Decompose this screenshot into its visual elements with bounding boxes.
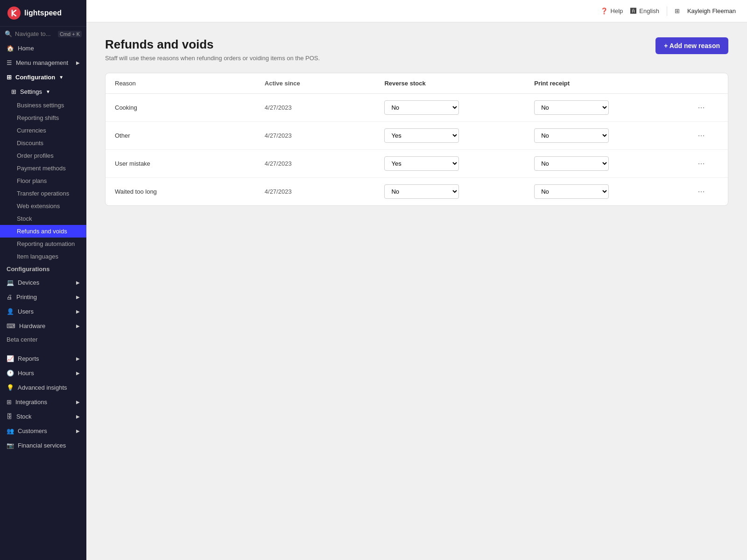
sidebar-item-reporting-shifts[interactable]: Reporting shifts	[0, 112, 86, 124]
sidebar-item-reporting-automation[interactable]: Reporting automation	[0, 238, 86, 250]
chevron-right-icon-hardware: ▶	[76, 323, 80, 329]
cell-reason-2: User mistake	[106, 150, 255, 178]
sidebar-item-devices[interactable]: 💻 Devices ▶	[0, 275, 86, 290]
sidebar-item-web-extensions[interactable]: Web extensions	[0, 200, 86, 212]
cell-print-receipt-0: NoYes	[525, 94, 675, 122]
more-actions-button-0[interactable]: ···	[694, 101, 709, 114]
table-row: Other4/27/2023NoYesNoYes···	[106, 122, 728, 150]
sidebar-item-stock-main[interactable]: 🗄 Stock ▶	[0, 409, 86, 424]
add-new-reason-button[interactable]: + Add new reason	[655, 37, 728, 54]
customers-label: Customers	[18, 427, 47, 434]
sidebar-item-hardware[interactable]: ⌨ Hardware ▶	[0, 319, 86, 333]
home-label: Home	[18, 45, 34, 52]
printing-label: Printing	[16, 294, 37, 301]
sidebar-item-reports[interactable]: 📈 Reports ▶	[0, 351, 86, 366]
select-print-receipt-3[interactable]: NoYes	[534, 184, 609, 199]
table-row: User mistake4/27/2023NoYesNoYes···	[106, 150, 728, 178]
svg-point-0	[7, 7, 21, 20]
cell-actions-0: ···	[675, 94, 728, 122]
advanced-insights-label: Advanced insights	[18, 384, 67, 391]
chevron-down-icon-settings: ▼	[46, 89, 50, 94]
sidebar-item-integrations[interactable]: ⊞ Integrations ▶	[0, 395, 86, 409]
config-icon: ⊞	[7, 74, 12, 81]
chevron-right-icon-stock: ▶	[76, 414, 80, 419]
sidebar-item-customers[interactable]: 👥 Customers ▶	[0, 424, 86, 438]
sidebar-item-hours[interactable]: 🕐 Hours ▶	[0, 366, 86, 380]
more-actions-button-3[interactable]: ···	[694, 185, 709, 198]
sidebar-item-payment-methods[interactable]: Payment methods	[0, 162, 86, 175]
hardware-label: Hardware	[19, 322, 45, 329]
select-reverse-stock-2[interactable]: NoYes	[384, 156, 459, 171]
sidebar: lightspeed 🔍 Navigate to... Cmd + K 🏠 Ho…	[0, 0, 86, 560]
financial-icon: 📷	[7, 442, 14, 449]
cell-reverse-stock-0: NoYes	[375, 94, 525, 122]
page-content: Refunds and voids Staff will use these r…	[86, 22, 747, 560]
language-label: English	[639, 7, 659, 14]
sidebar-settings-header[interactable]: ⊞ Settings ▼	[0, 84, 86, 99]
cell-print-receipt-1: NoYes	[525, 122, 675, 150]
sidebar-item-configurations[interactable]: Configurations	[0, 263, 86, 275]
sidebar-item-floor-plans[interactable]: Floor plans	[0, 175, 86, 187]
help-button[interactable]: ❓ Help	[600, 7, 623, 14]
sidebar-item-transfer-operations[interactable]: Transfer operations	[0, 187, 86, 200]
cell-actions-2: ···	[675, 150, 728, 178]
table-body: Cooking4/27/2023NoYesNoYes···Other4/27/2…	[106, 94, 728, 206]
devices-label: Devices	[18, 279, 39, 286]
sidebar-item-users[interactable]: 👤 Users ▶	[0, 304, 86, 319]
more-actions-button-2[interactable]: ···	[694, 157, 709, 170]
sidebar-item-home[interactable]: 🏠 Home	[0, 41, 86, 56]
chevron-right-icon: ▶	[76, 60, 80, 65]
chevron-right-icon-printing: ▶	[76, 294, 80, 300]
more-actions-button-1[interactable]: ···	[694, 129, 709, 142]
sidebar-item-beta-center[interactable]: Beta center	[0, 333, 86, 346]
sidebar-item-currencies[interactable]: Currencies	[0, 124, 86, 137]
cell-reverse-stock-1: NoYes	[375, 122, 525, 150]
sidebar-item-financial-services[interactable]: 📷 Financial services	[0, 438, 86, 453]
topbar: ❓ Help 🅰 English ⊞ Kayleigh Fleeman	[86, 0, 747, 22]
apps-grid-icon: ⊞	[675, 7, 680, 14]
col-header-reason: Reason	[106, 73, 255, 94]
menu-icon: ☰	[7, 59, 12, 66]
sidebar-item-advanced-insights[interactable]: 💡 Advanced insights	[0, 380, 86, 395]
chevron-down-icon: ▼	[59, 75, 63, 80]
col-header-print-receipt: Print receipt	[525, 73, 675, 94]
sidebar-item-order-profiles[interactable]: Order profiles	[0, 149, 86, 162]
cell-date-1: 4/27/2023	[255, 122, 375, 150]
hours-label: Hours	[18, 370, 34, 377]
cell-print-receipt-2: NoYes	[525, 150, 675, 178]
reports-icon: 📈	[7, 355, 14, 362]
page-title: Refunds and voids	[105, 37, 320, 52]
keyboard-shortcut: Cmd + K	[58, 31, 82, 37]
search-icon: 🔍	[5, 30, 12, 37]
cell-reverse-stock-3: NoYes	[375, 178, 525, 206]
select-print-receipt-0[interactable]: NoYes	[534, 100, 609, 115]
cell-date-2: 4/27/2023	[255, 150, 375, 178]
apps-button[interactable]: ⊞	[675, 7, 680, 14]
language-icon: 🅰	[630, 7, 636, 14]
logo-icon	[7, 7, 21, 20]
sidebar-item-discounts[interactable]: Discounts	[0, 137, 86, 149]
cell-actions-3: ···	[675, 178, 728, 206]
select-print-receipt-2[interactable]: NoYes	[534, 156, 609, 171]
sidebar-item-item-languages[interactable]: Item languages	[0, 250, 86, 263]
select-reverse-stock-0[interactable]: NoYes	[384, 100, 459, 115]
cell-reason-1: Other	[106, 122, 255, 150]
printing-icon: 🖨	[7, 294, 13, 301]
language-selector[interactable]: 🅰 English	[630, 7, 659, 14]
help-icon: ❓	[600, 7, 608, 14]
sidebar-configuration-header[interactable]: ⊞ Configuration ▼	[0, 70, 86, 84]
col-header-active-since: Active since	[255, 73, 375, 94]
financial-services-label: Financial services	[18, 442, 66, 449]
navigate-search[interactable]: 🔍 Navigate to... Cmd + K	[0, 27, 86, 41]
sidebar-item-stock[interactable]: Stock	[0, 212, 86, 225]
sidebar-item-printing[interactable]: 🖨 Printing ▶	[0, 290, 86, 304]
select-reverse-stock-3[interactable]: NoYes	[384, 184, 459, 199]
sidebar-item-refunds-voids[interactable]: Refunds and voids	[0, 225, 86, 238]
sidebar-item-menu-management[interactable]: ☰ Menu management ▶	[0, 56, 86, 70]
select-reverse-stock-1[interactable]: NoYes	[384, 128, 459, 143]
sidebar-item-business-settings[interactable]: Business settings	[0, 99, 86, 112]
user-name: Kayleigh Fleeman	[687, 7, 736, 14]
select-print-receipt-1[interactable]: NoYes	[534, 128, 609, 143]
col-header-actions	[675, 73, 728, 94]
page-header: Refunds and voids Staff will use these r…	[105, 37, 728, 62]
